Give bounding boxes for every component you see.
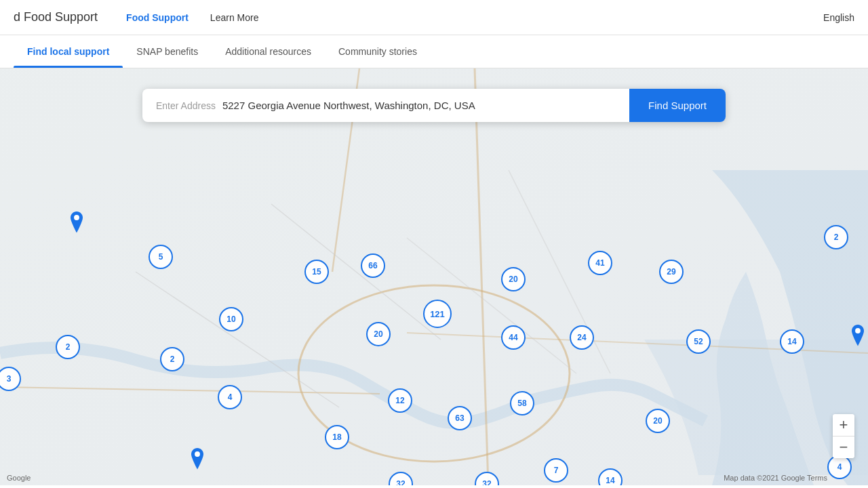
svg-rect-1 bbox=[0, 68, 868, 485]
cluster-marker-c27[interactable]: 2 bbox=[824, 225, 848, 249]
pin-marker-p3[interactable] bbox=[848, 325, 867, 352]
cluster-marker-c16[interactable]: 18 bbox=[325, 425, 349, 449]
tab-community-stories[interactable]: Community stories bbox=[325, 35, 431, 68]
tab-additional-resources[interactable]: Additional resources bbox=[212, 35, 325, 68]
map-attribution-google: Google bbox=[7, 474, 31, 482]
nav-learn-more[interactable]: Learn More bbox=[202, 7, 267, 28]
cluster-marker-c6[interactable]: 121 bbox=[423, 300, 452, 328]
cluster-marker-c12[interactable]: 52 bbox=[686, 329, 711, 354]
app-logo: d Food Support bbox=[14, 10, 98, 24]
cluster-marker-c24[interactable]: 2 bbox=[56, 335, 80, 359]
zoom-controls: + − bbox=[833, 414, 854, 458]
cluster-marker-c14[interactable]: 63 bbox=[448, 406, 472, 430]
tabs-bar: Find local support SNAP benefits Additio… bbox=[0, 35, 868, 68]
zoom-in-button[interactable]: + bbox=[833, 414, 854, 436]
map-background bbox=[0, 68, 868, 485]
search-input-area[interactable]: Enter Address 5227 Georgia Avenue Northw… bbox=[142, 89, 629, 122]
find-support-button[interactable]: Find Support bbox=[629, 89, 726, 122]
cluster-marker-c23[interactable]: 2 bbox=[160, 347, 184, 371]
main-nav: Food Support Learn More bbox=[118, 7, 823, 28]
cluster-marker-c22[interactable]: 4 bbox=[218, 385, 242, 409]
nav-food-support[interactable]: Food Support bbox=[118, 7, 197, 28]
cluster-marker-c20[interactable]: 20 bbox=[646, 409, 670, 433]
tab-snap-benefits[interactable]: SNAP benefits bbox=[123, 35, 212, 68]
cluster-marker-c5[interactable]: 20 bbox=[366, 322, 391, 346]
cluster-marker-c10[interactable]: 29 bbox=[659, 260, 684, 284]
svg-point-12 bbox=[195, 451, 200, 457]
map-container: Enter Address 5227 Georgia Avenue Northw… bbox=[0, 68, 868, 485]
search-address-value: 5227 Georgia Avenue Northwest, Washingto… bbox=[222, 100, 616, 111]
pin-marker-p1[interactable] bbox=[67, 211, 86, 239]
cluster-marker-c1[interactable]: 5 bbox=[149, 245, 173, 269]
cluster-marker-c3[interactable]: 66 bbox=[361, 253, 385, 278]
cluster-marker-c8[interactable]: 24 bbox=[570, 325, 594, 350]
language-selector[interactable]: English bbox=[823, 12, 854, 23]
zoom-out-button[interactable]: − bbox=[833, 436, 854, 458]
cluster-marker-c4[interactable]: 10 bbox=[219, 307, 243, 331]
tab-find-local-support[interactable]: Find local support bbox=[14, 35, 123, 68]
cluster-marker-c15[interactable]: 58 bbox=[510, 391, 534, 415]
cluster-marker-c28[interactable]: 14 bbox=[780, 329, 804, 354]
map-attribution-data: Map data ©2021 Google Terms bbox=[724, 474, 827, 482]
header: d Food Support Food Support Learn More E… bbox=[0, 0, 868, 35]
cluster-marker-c9[interactable]: 41 bbox=[588, 251, 612, 275]
cluster-marker-c29[interactable]: 4 bbox=[827, 455, 852, 479]
cluster-marker-c7[interactable]: 44 bbox=[501, 325, 526, 350]
search-overlay: Enter Address 5227 Georgia Avenue Northw… bbox=[142, 89, 726, 122]
cluster-marker-c11[interactable]: 20 bbox=[501, 267, 526, 291]
cluster-marker-c13[interactable]: 12 bbox=[388, 388, 412, 413]
cluster-marker-c2[interactable]: 15 bbox=[304, 260, 329, 284]
search-placeholder-label: Enter Address bbox=[156, 100, 216, 111]
cluster-marker-c19[interactable]: 7 bbox=[544, 458, 568, 483]
pin-marker-p2[interactable] bbox=[188, 448, 207, 475]
svg-point-11 bbox=[74, 215, 79, 220]
svg-point-13 bbox=[855, 328, 861, 333]
